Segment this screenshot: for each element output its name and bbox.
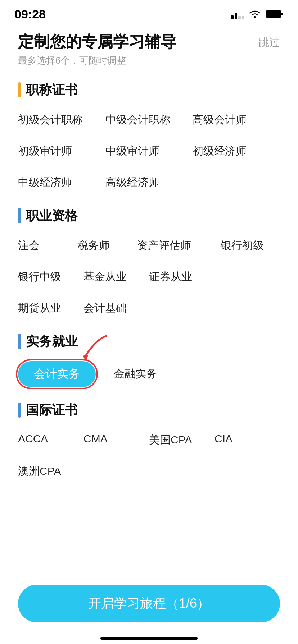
shiwu-row-1: 会计实务 金融实务 [18, 361, 280, 387]
svg-rect-2 [238, 16, 241, 19]
skip-button[interactable]: 跳过 [258, 32, 280, 50]
section-bar-shiwu [18, 334, 21, 349]
section-header-shiwu: 实务就业 [18, 333, 280, 350]
red-arrow-icon [74, 332, 113, 365]
signal-icon [231, 9, 244, 19]
item-aozhoupa[interactable]: 澳洲CPA [18, 461, 83, 482]
section-title-guoji: 国际证书 [26, 401, 78, 419]
svg-point-4 [254, 16, 256, 18]
item-zhiquancongye[interactable]: 证券从业 [149, 267, 215, 287]
item-kuaijijichu[interactable]: 会计基础 [83, 298, 149, 318]
header: 定制您的专属学习辅导 跳过 [18, 32, 280, 51]
section-zhicheng: 职称证书 初级会计职称 中级会计职称 高级会计师 初级审计师 中级审计师 初级经… [18, 81, 280, 193]
status-time: 09:28 [14, 7, 46, 21]
item-chujikuaijizicheng[interactable]: 初级会计职称 [18, 110, 105, 130]
item-shuiwushi[interactable]: 税务师 [77, 235, 137, 256]
subtitle: 最多选择6个，可随时调整 [18, 54, 280, 67]
battery-icon [266, 9, 284, 19]
item-zhongjishenjishi[interactable]: 中级审计师 [105, 141, 193, 161]
item-zhongjijingjishi[interactable]: 中级经济师 [18, 172, 105, 193]
item-gaojijingjishi[interactable]: 高级经济师 [105, 172, 193, 193]
item-qihuocongye[interactable]: 期货从业 [18, 298, 83, 318]
section-header-guoji: 国际证书 [18, 401, 280, 419]
section-bar-guoji [18, 402, 21, 418]
guoji-row-1: ACCA CMA 美国CPA CIA [18, 430, 280, 450]
item-cma[interactable]: CMA [83, 430, 149, 450]
item-zichancpinggu[interactable]: 资产评估师 [137, 235, 221, 256]
item-chujishenjishi[interactable]: 初级审计师 [18, 141, 105, 161]
svg-rect-6 [281, 13, 283, 15]
section-guoji: 国际证书 ACCA CMA 美国CPA CIA 澳洲CPA [18, 401, 280, 482]
item-zhongjikuaijizicheng[interactable]: 中级会计职称 [105, 110, 193, 130]
item-jijincongye[interactable]: 基金从业 [83, 267, 149, 287]
status-icons [231, 9, 284, 19]
item-gaojikuaiji[interactable]: 高级会计师 [193, 110, 280, 130]
item-zhuhui[interactable]: 注会 [18, 235, 77, 256]
item-cia[interactable]: CIA [215, 430, 280, 450]
section-title-shiwu: 实务就业 [26, 333, 78, 350]
section-bar-zhicheng [18, 82, 21, 97]
section-title-zhicheng: 职称证书 [26, 81, 78, 99]
svg-rect-5 [266, 10, 281, 18]
zhicheng-row-2: 初级审计师 中级审计师 初级经济师 [18, 141, 280, 161]
svg-marker-7 [83, 355, 88, 361]
zhicheng-row-1: 初级会计职称 中级会计职称 高级会计师 [18, 110, 280, 130]
zhicheng-row-3: 中级经济师 高级经济师 [18, 172, 280, 193]
wifi-icon [248, 9, 261, 19]
section-header-zhicheng: 职称证书 [18, 81, 280, 99]
item-yinhangchuji[interactable]: 银行初级 [221, 235, 280, 256]
zhiye-row-1: 注会 税务师 资产评估师 银行初级 [18, 235, 280, 256]
item-chujijingjishi[interactable]: 初级经济师 [193, 141, 280, 161]
item-meiguocpa[interactable]: 美国CPA [149, 430, 215, 450]
guoji-row-2: 澳洲CPA [18, 461, 280, 482]
item-yinhangzhongji[interactable]: 银行中级 [18, 267, 83, 287]
home-indicator [100, 637, 198, 640]
page-title: 定制您的专属学习辅导 [18, 32, 176, 51]
page-container: 定制您的专属学习辅导 跳过 最多选择6个，可随时调整 职称证书 初级会计职称 中… [0, 22, 298, 553]
item-kuaijishiwu-container: 会计实务 [18, 361, 96, 387]
start-journey-button[interactable]: 开启学习旅程（1/6） [18, 585, 280, 622]
zhiye-row-2: 银行中级 基金从业 证券从业 [18, 267, 280, 287]
status-bar: 09:28 [0, 0, 298, 22]
section-shiwu: 实务就业 会计实务 金融实务 [18, 333, 280, 387]
svg-rect-1 [235, 13, 237, 19]
svg-rect-3 [242, 16, 244, 19]
svg-rect-0 [231, 15, 234, 19]
zhiye-row-3: 期货从业 会计基础 [18, 298, 280, 318]
item-kuaijishiwu[interactable]: 会计实务 [18, 361, 96, 387]
section-title-zhiye: 职业资格 [26, 207, 78, 225]
bottom-btn-container: 开启学习旅程（1/6） [0, 585, 298, 622]
section-zhiye: 职业资格 注会 税务师 资产评估师 银行初级 银行中级 基金从业 证券从业 期货… [18, 207, 280, 318]
item-jinrongshiwu[interactable]: 金融实务 [114, 364, 157, 384]
item-acca[interactable]: ACCA [18, 430, 83, 450]
section-header-zhiye: 职业资格 [18, 207, 280, 225]
section-bar-zhiye [18, 208, 21, 223]
